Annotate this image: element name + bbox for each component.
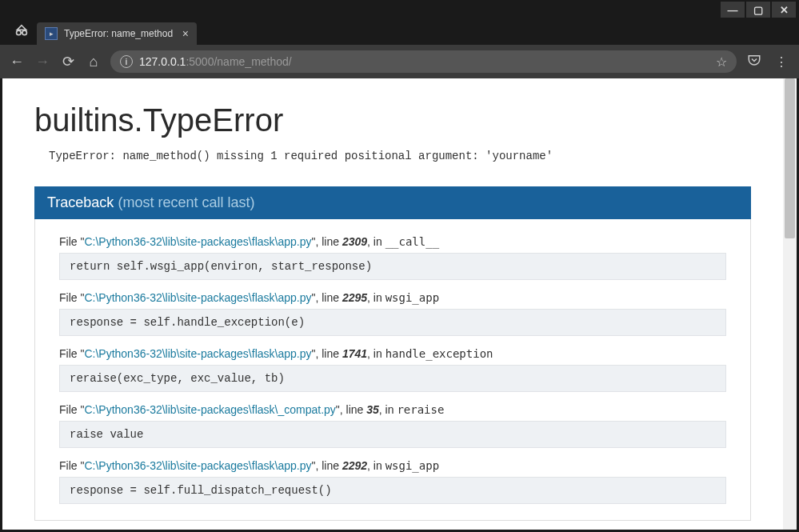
- error-title: builtins.TypeError: [34, 102, 751, 138]
- frame-filename: C:\Python36-32\lib\site-packages\flask\a…: [84, 347, 311, 360]
- frame-file-prefix: File ": [59, 347, 84, 360]
- frame-lineno: 35: [366, 403, 379, 416]
- frame-funcname: __call__: [386, 235, 439, 248]
- frame-code: response = self.full_dispatch_request(): [59, 477, 726, 504]
- url-text: 127.0.0.1:5000/name_method/: [139, 55, 709, 68]
- traceback-frame[interactable]: File "C:\Python36-32\lib\site-packages\f…: [59, 235, 726, 280]
- scrollbar-thumb[interactable]: [785, 78, 795, 238]
- traceback-frame[interactable]: File "C:\Python36-32\lib\site-packages\f…: [59, 347, 726, 392]
- frame-file-prefix: File ": [59, 235, 84, 248]
- frame-file-suffix: ", line: [336, 403, 366, 416]
- traceback-frame[interactable]: File "C:\Python36-32\lib\site-packages\f…: [59, 403, 726, 448]
- debugger-page: builtins.TypeError TypeError: name_metho…: [2, 78, 783, 530]
- frame-lineno: 2309: [342, 235, 367, 248]
- frame-funcname: wsgi_app: [386, 291, 439, 304]
- traceback-frame[interactable]: File "C:\Python36-32\lib\site-packages\f…: [59, 459, 726, 504]
- frame-file-suffix: ", line: [311, 459, 342, 472]
- frame-filename: C:\Python36-32\lib\site-packages\flask\a…: [84, 459, 311, 472]
- frame-funcname: reraise: [397, 403, 444, 416]
- tab-title: TypeError: name_method: [64, 28, 176, 39]
- url-path: /name_method/: [214, 55, 291, 68]
- frame-location: File "C:\Python36-32\lib\site-packages\f…: [59, 459, 726, 472]
- tab-close-icon[interactable]: ×: [182, 27, 189, 40]
- reload-button[interactable]: ⟳: [59, 53, 77, 70]
- forward-button[interactable]: →: [34, 54, 51, 70]
- frame-loc-suffix: , in: [367, 291, 386, 304]
- pocket-icon[interactable]: [745, 53, 764, 70]
- address-bar[interactable]: i 127.0.0.1:5000/name_method/ ☆: [110, 50, 737, 73]
- menu-icon[interactable]: ⋮: [772, 54, 791, 70]
- site-info-icon[interactable]: i: [120, 55, 133, 68]
- traceback-body: File "C:\Python36-32\lib\site-packages\f…: [34, 219, 751, 521]
- page-viewport: builtins.TypeError TypeError: name_metho…: [2, 78, 797, 530]
- back-button[interactable]: ←: [8, 54, 26, 70]
- traceback-header: Traceback (most recent call last): [34, 186, 751, 219]
- frame-file-prefix: File ": [59, 459, 84, 472]
- frame-code: return self.wsgi_app(environ, start_resp…: [59, 253, 726, 280]
- browser-tab[interactable]: ▸ TypeError: name_method ×: [37, 22, 197, 45]
- frame-file-prefix: File ": [59, 291, 84, 304]
- traceback-header-label: Traceback: [47, 194, 114, 210]
- frame-lineno: 1741: [342, 347, 367, 360]
- window-maximize-button[interactable]: ▢: [746, 2, 770, 18]
- window-close-button[interactable]: ✕: [772, 2, 796, 18]
- bookmark-star-icon[interactable]: ☆: [716, 54, 727, 70]
- tab-strip: ▸ TypeError: name_method ×: [0, 19, 799, 45]
- frame-location: File "C:\Python36-32\lib\site-packages\f…: [59, 235, 726, 248]
- tab-favicon-icon: ▸: [45, 27, 58, 40]
- frame-lineno: 2295: [342, 291, 367, 304]
- frame-file-suffix: ", line: [311, 291, 342, 304]
- frame-file-prefix: File ": [59, 403, 84, 416]
- frame-location: File "C:\Python36-32\lib\site-packages\f…: [59, 291, 726, 304]
- frame-funcname: wsgi_app: [386, 459, 439, 472]
- window-minimize-button[interactable]: —: [721, 2, 745, 18]
- frame-loc-suffix: , in: [367, 459, 386, 472]
- url-port: :5000: [186, 55, 214, 68]
- incognito-icon: [6, 19, 37, 45]
- frame-loc-suffix: , in: [379, 403, 398, 416]
- frame-location: File "C:\Python36-32\lib\site-packages\f…: [59, 347, 726, 360]
- frame-filename: C:\Python36-32\lib\site-packages\flask\a…: [84, 235, 311, 248]
- window-titlebar: — ▢ ✕: [0, 0, 799, 19]
- frame-location: File "C:\Python36-32\lib\site-packages\f…: [59, 403, 726, 416]
- frame-file-suffix: ", line: [311, 235, 342, 248]
- home-button[interactable]: ⌂: [85, 54, 102, 70]
- frame-filename: C:\Python36-32\lib\site-packages\flask\a…: [84, 291, 311, 304]
- url-host: 127.0.0.1: [139, 55, 186, 68]
- frame-lineno: 2292: [342, 459, 367, 472]
- traceback-header-suffix: (most recent call last): [118, 194, 254, 210]
- frame-filename: C:\Python36-32\lib\site-packages\flask\_…: [84, 403, 335, 416]
- content-scroll: builtins.TypeError TypeError: name_metho…: [2, 78, 783, 530]
- frame-code: reraise(exc_type, exc_value, tb): [59, 365, 726, 392]
- frame-funcname: handle_exception: [386, 347, 493, 360]
- traceback-frame[interactable]: File "C:\Python36-32\lib\site-packages\f…: [59, 291, 726, 336]
- frame-code: response = self.handle_exception(e): [59, 309, 726, 336]
- frame-loc-suffix: , in: [367, 347, 386, 360]
- error-message: TypeError: name_method() missing 1 requi…: [34, 150, 751, 162]
- frame-code: raise value: [59, 421, 726, 448]
- frame-file-suffix: ", line: [311, 347, 342, 360]
- browser-toolbar: ← → ⟳ ⌂ i 127.0.0.1:5000/name_method/ ☆ …: [0, 45, 799, 78]
- scrollbar-track[interactable]: [783, 78, 797, 530]
- frame-loc-suffix: , in: [367, 235, 386, 248]
